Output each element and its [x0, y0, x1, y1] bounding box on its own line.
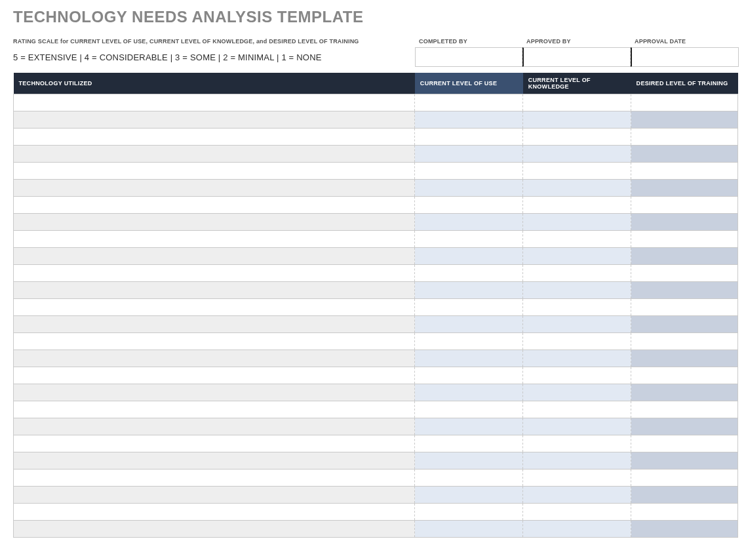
- cell-train[interactable]: [631, 521, 738, 538]
- cell-know[interactable]: [523, 282, 631, 299]
- cell-train[interactable]: [631, 111, 738, 129]
- cell-use[interactable]: [415, 163, 523, 180]
- cell-tech[interactable]: [14, 470, 415, 487]
- cell-use[interactable]: [415, 452, 523, 470]
- cell-tech[interactable]: [14, 197, 415, 214]
- cell-tech[interactable]: [14, 504, 415, 521]
- cell-train[interactable]: [631, 418, 738, 435]
- cell-use[interactable]: [415, 333, 523, 350]
- cell-know[interactable]: [523, 384, 631, 401]
- cell-use[interactable]: [415, 111, 523, 129]
- cell-use[interactable]: [415, 282, 523, 299]
- cell-use[interactable]: [415, 470, 523, 487]
- cell-tech[interactable]: [14, 487, 415, 504]
- cell-train[interactable]: [631, 94, 738, 111]
- cell-train[interactable]: [631, 384, 738, 401]
- approved-by-input[interactable]: [522, 47, 631, 67]
- cell-train[interactable]: [631, 146, 738, 163]
- cell-know[interactable]: [523, 180, 631, 197]
- cell-train[interactable]: [631, 333, 738, 350]
- approval-date-input[interactable]: [631, 47, 739, 67]
- cell-use[interactable]: [415, 197, 523, 214]
- cell-know[interactable]: [523, 367, 631, 384]
- cell-know[interactable]: [523, 197, 631, 214]
- cell-know[interactable]: [523, 504, 631, 521]
- cell-train[interactable]: [631, 299, 738, 316]
- cell-train[interactable]: [631, 401, 738, 418]
- cell-know[interactable]: [523, 435, 631, 452]
- cell-tech[interactable]: [14, 214, 415, 231]
- cell-know[interactable]: [523, 214, 631, 231]
- cell-train[interactable]: [631, 504, 738, 521]
- cell-train[interactable]: [631, 197, 738, 214]
- cell-know[interactable]: [523, 350, 631, 367]
- cell-know[interactable]: [523, 163, 631, 180]
- cell-know[interactable]: [523, 231, 631, 248]
- cell-tech[interactable]: [14, 180, 415, 197]
- cell-tech[interactable]: [14, 299, 415, 316]
- cell-use[interactable]: [415, 214, 523, 231]
- cell-tech[interactable]: [14, 333, 415, 350]
- cell-use[interactable]: [415, 299, 523, 316]
- cell-use[interactable]: [415, 129, 523, 146]
- cell-tech[interactable]: [14, 282, 415, 299]
- cell-know[interactable]: [523, 316, 631, 333]
- cell-use[interactable]: [415, 487, 523, 504]
- cell-know[interactable]: [523, 487, 631, 504]
- cell-know[interactable]: [523, 248, 631, 265]
- cell-train[interactable]: [631, 435, 738, 452]
- completed-by-input[interactable]: [415, 47, 522, 67]
- cell-know[interactable]: [523, 418, 631, 435]
- cell-use[interactable]: [415, 504, 523, 521]
- cell-know[interactable]: [523, 129, 631, 146]
- cell-use[interactable]: [415, 418, 523, 435]
- cell-tech[interactable]: [14, 316, 415, 333]
- cell-train[interactable]: [631, 129, 738, 146]
- cell-use[interactable]: [415, 94, 523, 111]
- cell-know[interactable]: [523, 452, 631, 470]
- cell-use[interactable]: [415, 435, 523, 452]
- cell-tech[interactable]: [14, 521, 415, 538]
- cell-train[interactable]: [631, 452, 738, 470]
- cell-train[interactable]: [631, 350, 738, 367]
- cell-train[interactable]: [631, 367, 738, 384]
- cell-tech[interactable]: [14, 231, 415, 248]
- cell-train[interactable]: [631, 248, 738, 265]
- cell-know[interactable]: [523, 470, 631, 487]
- cell-use[interactable]: [415, 180, 523, 197]
- cell-train[interactable]: [631, 265, 738, 282]
- cell-use[interactable]: [415, 401, 523, 418]
- cell-use[interactable]: [415, 265, 523, 282]
- cell-know[interactable]: [523, 299, 631, 316]
- cell-tech[interactable]: [14, 163, 415, 180]
- cell-tech[interactable]: [14, 401, 415, 418]
- cell-tech[interactable]: [14, 435, 415, 452]
- cell-tech[interactable]: [14, 350, 415, 367]
- cell-train[interactable]: [631, 163, 738, 180]
- cell-use[interactable]: [415, 316, 523, 333]
- cell-tech[interactable]: [14, 367, 415, 384]
- cell-use[interactable]: [415, 146, 523, 163]
- cell-tech[interactable]: [14, 452, 415, 470]
- cell-know[interactable]: [523, 265, 631, 282]
- cell-know[interactable]: [523, 146, 631, 163]
- cell-train[interactable]: [631, 180, 738, 197]
- cell-tech[interactable]: [14, 248, 415, 265]
- cell-train[interactable]: [631, 214, 738, 231]
- cell-use[interactable]: [415, 248, 523, 265]
- cell-use[interactable]: [415, 521, 523, 538]
- cell-train[interactable]: [631, 487, 738, 504]
- cell-train[interactable]: [631, 470, 738, 487]
- cell-use[interactable]: [415, 350, 523, 367]
- cell-know[interactable]: [523, 94, 631, 111]
- cell-know[interactable]: [523, 111, 631, 129]
- cell-train[interactable]: [631, 282, 738, 299]
- cell-use[interactable]: [415, 231, 523, 248]
- cell-tech[interactable]: [14, 384, 415, 401]
- cell-tech[interactable]: [14, 111, 415, 129]
- cell-tech[interactable]: [14, 129, 415, 146]
- cell-train[interactable]: [631, 231, 738, 248]
- cell-use[interactable]: [415, 384, 523, 401]
- cell-tech[interactable]: [14, 418, 415, 435]
- cell-tech[interactable]: [14, 146, 415, 163]
